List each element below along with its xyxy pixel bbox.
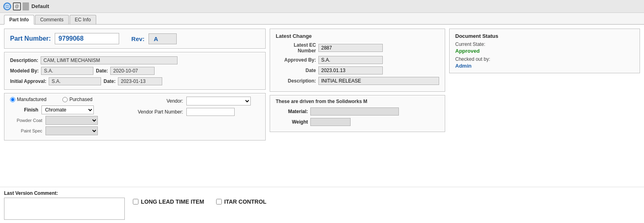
checkboxes-area: LONG LEAD TIME ITEM ITAR CONTROL [133,198,266,205]
paint-spec-row: Paint Spec [10,126,123,135]
radio-row: Manufactured Purchased [10,97,123,102]
description-input[interactable] [41,56,178,64]
purchased-radio[interactable] [62,97,68,102]
content-area: Part Number: Rev: Description: Modeled B… [0,25,644,187]
solidworks-box: These are driven from the Solidworks M M… [270,95,445,132]
tab-comments[interactable]: Comments [35,15,69,24]
part-number-label: Part Number: [10,35,51,42]
lc-date-label: Date [276,68,316,73]
paint-spec-select[interactable] [45,126,98,135]
tabs-bar: Part Info Comments EC Info [0,13,644,25]
lc-date-row: Date [276,66,439,74]
last-version-area: Last Version Comment: [4,190,125,220]
info-fields-box: Description: Modeled By: Date: Initial A… [4,52,266,90]
description-label: Description: [10,58,38,63]
initial-approval-row: Initial Approval: Date: [10,77,260,85]
latest-change-section: Latest Change Latest EC Number Approved … [270,29,445,92]
modeled-by-input[interactable] [41,67,93,75]
last-version-label: Last Version Comment: [4,190,125,196]
main-content: Part Info Comments EC Info Part Number: … [0,13,644,223]
powder-coat-row: Powder Coat [10,116,123,125]
doc-icon [23,2,29,10]
latest-change-title: Latest Change [276,33,439,39]
long-lead-label: LONG LEAD TIME ITEM [141,198,204,205]
vendor-row: Vendor: [131,97,260,105]
long-lead-checkbox[interactable] [133,199,138,204]
purchased-radio-item: Purchased [62,97,92,102]
purchased-label: Purchased [69,97,92,102]
approved-by-input[interactable] [318,56,383,64]
checked-out-by-value: Admin [455,63,634,69]
powder-coat-select[interactable] [45,116,98,125]
itar-item: ITAR CONTROL [216,198,266,205]
mfg-left: Manufactured Purchased Finish Chromate [10,97,123,137]
weight-row: Weight [276,118,439,126]
document-status-box: Document Status Current State: Approved … [449,29,640,73]
lc-description-label: Description: [276,78,316,84]
window-title: Default [31,3,49,9]
rev-input[interactable] [149,33,177,44]
solidworks-title: These are driven from the Solidworks M [276,99,439,104]
modeled-date-input[interactable] [110,67,155,75]
manufactured-radio[interactable] [10,97,15,102]
powder-coat-label: Powder Coat [14,118,42,123]
title-bar-icons: @ [3,2,29,10]
modeled-date-label: Date: [96,68,108,74]
document-status-title: Document Status [455,33,634,39]
ec-number-input[interactable] [318,44,383,52]
current-state-value: Approved [455,48,634,54]
modeled-by-label: Modeled By: [10,68,39,74]
current-state-label: Current State: [455,41,634,47]
left-panel: Part Number: Rev: Description: Modeled B… [4,29,266,183]
finish-label: Finish [10,107,38,113]
mfg-box: Manufactured Purchased Finish Chromate [4,93,266,140]
part-number-box: Part Number: Rev: [4,29,266,49]
weight-label: Weight [276,119,308,125]
manufactured-label: Manufactured [17,97,46,102]
at-icon: @ [13,2,21,10]
long-lead-item: LONG LEAD TIME ITEM [133,198,204,205]
vendor-select[interactable] [186,97,251,105]
bottom-section: Last Version Comment: LONG LEAD TIME ITE… [0,187,644,223]
finish-select[interactable]: Chromate [41,105,94,114]
initial-approval-date-label: Date: [103,78,116,84]
ec-number-row: Latest EC Number [276,42,439,54]
doc-icon-wrapper [23,2,29,10]
title-bar: @ Default [0,0,644,13]
lc-description-row: Description: [276,77,439,85]
tab-ec-info[interactable]: EC Info [70,15,96,24]
vendor-label: Vendor: [131,98,183,104]
ec-number-label: Latest EC Number [276,42,316,54]
vendor-part-number-input[interactable] [186,108,235,116]
approved-by-row: Approved By: [276,56,439,64]
weight-input[interactable] [310,118,351,126]
material-input[interactable] [310,107,399,116]
manufactured-radio-item: Manufactured [10,97,46,102]
description-row: Description: [10,56,260,64]
tab-part-info[interactable]: Part Info [4,15,34,25]
paint-spec-label: Paint Spec [14,128,42,133]
modeled-by-row: Modeled By: Date: [10,67,260,75]
mfg-right: Vendor: Vendor Part Number: [131,97,260,137]
vendor-part-number-label: Vendor Part Number: [131,109,183,115]
vendor-part-number-row: Vendor Part Number: [131,108,260,116]
initial-approval-date-input[interactable] [118,77,162,85]
rev-label: Rev: [131,35,144,42]
initial-approval-input[interactable] [49,77,101,85]
lc-date-input[interactable] [318,66,383,74]
middle-panel: Latest Change Latest EC Number Approved … [270,29,445,183]
material-label: Material: [276,109,308,114]
finish-row: Finish Chromate [10,105,123,114]
globe-icon [3,2,11,10]
checked-out-by-label: Checked out by: [455,56,634,62]
itar-checkbox[interactable] [216,199,222,204]
right-panel: Document Status Current State: Approved … [449,29,640,183]
material-row: Material: [276,107,439,116]
lc-description-input[interactable] [318,77,439,85]
last-version-textarea[interactable] [4,198,125,220]
itar-label: ITAR CONTROL [224,198,266,205]
initial-approval-label: Initial Approval: [10,78,46,84]
part-number-input[interactable] [55,33,119,44]
approved-by-label: Approved By: [276,57,316,63]
